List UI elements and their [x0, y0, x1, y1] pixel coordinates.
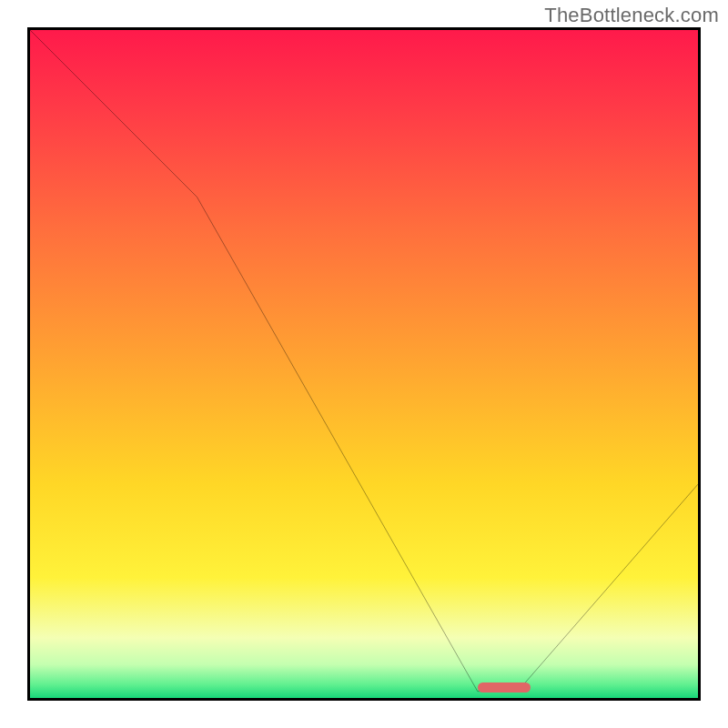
watermark: TheBottleneck.com: [544, 4, 719, 27]
heat-gradient: [30, 30, 698, 698]
optimum-marker: [478, 682, 531, 693]
chart-frame: [27, 27, 701, 701]
